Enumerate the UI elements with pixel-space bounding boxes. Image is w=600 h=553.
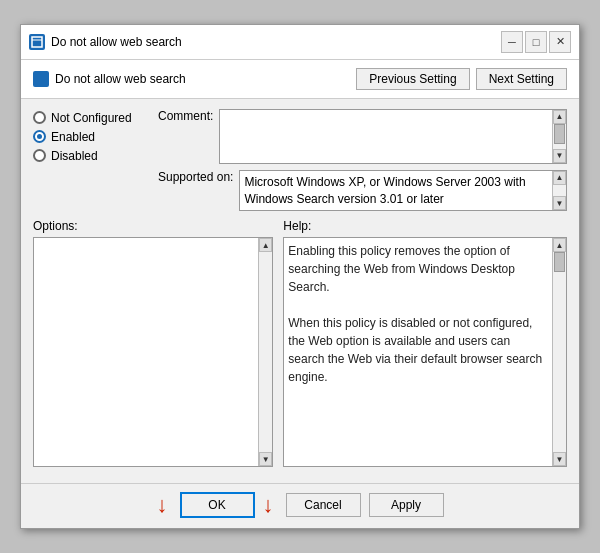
- window-icon: [29, 34, 45, 50]
- help-section: Help: Enabling this policy removes the o…: [283, 219, 567, 467]
- footer-buttons: ↓ OK ↓ Cancel Apply: [157, 492, 444, 518]
- window-header: Do not allow web search Previous Setting…: [21, 60, 579, 99]
- ok-arrow-area: ↓: [157, 494, 168, 516]
- help-scrollbar: ▲ ▼: [552, 238, 566, 466]
- right-settings-area: Comment: ▲ ▼ Supported on:: [158, 109, 567, 212]
- supported-scroll-area: [553, 185, 566, 197]
- apply-button[interactable]: Apply: [369, 493, 444, 517]
- scroll-down-arrow[interactable]: ▼: [553, 149, 566, 163]
- radio-group: Not Configured Enabled Disabled: [33, 109, 148, 212]
- disabled-option[interactable]: Disabled: [33, 149, 148, 163]
- enabled-label: Enabled: [51, 130, 95, 144]
- options-scroll-up[interactable]: ▲: [259, 238, 272, 252]
- cancel-button[interactable]: Cancel: [286, 493, 361, 517]
- content-area: Not Configured Enabled Disabled Comment: [21, 99, 579, 478]
- window-title: Do not allow web search: [51, 35, 495, 49]
- header-icon: [33, 71, 49, 87]
- maximize-button[interactable]: □: [525, 31, 547, 53]
- scroll-up-arrow[interactable]: ▲: [553, 110, 566, 124]
- help-scroll-area: [553, 252, 566, 452]
- previous-setting-button[interactable]: Previous Setting: [356, 68, 469, 90]
- help-content: Enabling this policy removes the option …: [284, 238, 552, 466]
- header-title-area: Do not allow web search: [33, 71, 186, 87]
- options-scroll-area: [259, 252, 272, 452]
- title-bar: Do not allow web search ─ □ ✕: [21, 25, 579, 60]
- radio-dot: [37, 134, 42, 139]
- options-title: Options:: [33, 219, 273, 233]
- disabled-radio[interactable]: [33, 149, 46, 162]
- next-setting-button[interactable]: Next Setting: [476, 68, 567, 90]
- comment-label: Comment:: [158, 109, 213, 123]
- supported-scroll-down[interactable]: ▼: [553, 196, 566, 210]
- help-scroll-up[interactable]: ▲: [553, 238, 566, 252]
- help-box: Enabling this policy removes the option …: [283, 237, 567, 467]
- supported-scroll-up[interactable]: ▲: [553, 171, 566, 185]
- comment-textarea[interactable]: [220, 110, 552, 163]
- svg-rect-0: [32, 37, 42, 47]
- options-scrollbar: ▲ ▼: [258, 238, 272, 466]
- options-scroll-down[interactable]: ▼: [259, 452, 272, 466]
- help-scroll-down[interactable]: ▼: [553, 452, 566, 466]
- help-title: Help:: [283, 219, 567, 233]
- enabled-option[interactable]: Enabled: [33, 130, 148, 144]
- supported-on-text: Microsoft Windows XP, or Windows Server …: [240, 171, 552, 211]
- help-scroll-thumb: [554, 252, 565, 272]
- comment-scrollbar: ▲ ▼: [552, 110, 566, 163]
- supported-on-label: Supported on:: [158, 170, 233, 184]
- not-configured-option[interactable]: Not Configured: [33, 111, 148, 125]
- options-content: [34, 238, 258, 466]
- title-bar-controls: ─ □ ✕: [501, 31, 571, 53]
- scroll-thumb: [554, 124, 565, 144]
- cancel-arrow-icon: ↓: [263, 494, 274, 516]
- enabled-radio[interactable]: [33, 130, 46, 143]
- options-box: ▲ ▼: [33, 237, 273, 467]
- supported-scrollbar: ▲ ▼: [552, 171, 566, 211]
- header-title-text: Do not allow web search: [55, 72, 186, 86]
- comment-field-container: ▲ ▼: [219, 109, 567, 164]
- scroll-thumb-area: [553, 124, 566, 149]
- not-configured-radio[interactable]: [33, 111, 46, 124]
- minimize-button[interactable]: ─: [501, 31, 523, 53]
- supported-on-box: Microsoft Windows XP, or Windows Server …: [239, 170, 567, 212]
- supported-on-row: Supported on: Microsoft Windows XP, or W…: [158, 170, 567, 212]
- not-configured-label: Not Configured: [51, 111, 132, 125]
- ok-arrow-icon: ↓: [157, 494, 168, 516]
- options-help-row: Options: ▲ ▼ Help: Enabling this policy …: [33, 219, 567, 467]
- cancel-arrow-area: ↓: [263, 494, 274, 516]
- ok-button[interactable]: OK: [180, 492, 255, 518]
- disabled-label: Disabled: [51, 149, 98, 163]
- options-section: Options: ▲ ▼: [33, 219, 273, 467]
- main-window: Do not allow web search ─ □ ✕ Do not all…: [20, 24, 580, 530]
- close-button[interactable]: ✕: [549, 31, 571, 53]
- header-buttons: Previous Setting Next Setting: [356, 68, 567, 90]
- top-section: Not Configured Enabled Disabled Comment: [33, 109, 567, 212]
- comment-row: Comment: ▲ ▼: [158, 109, 567, 164]
- footer: ↓ OK ↓ Cancel Apply: [21, 483, 579, 528]
